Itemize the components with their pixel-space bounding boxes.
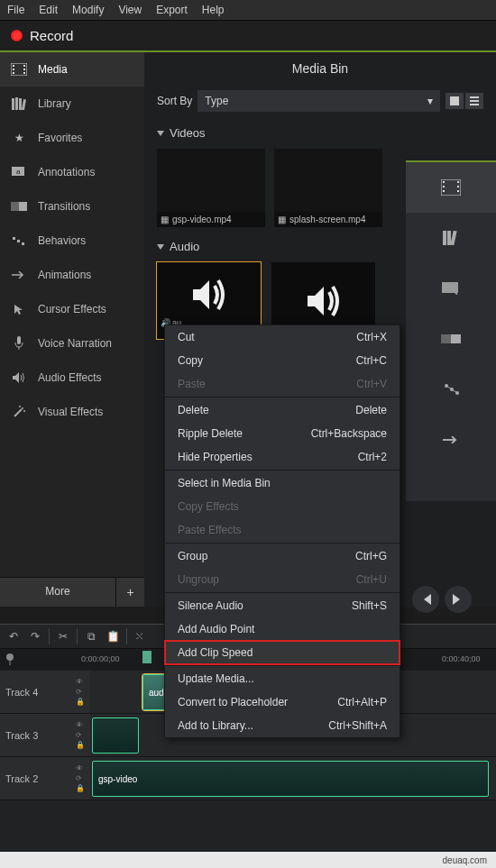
star-icon: ★ [11, 131, 27, 145]
context-item[interactable]: CutCtrl+X [165, 325, 400, 349]
sidebar-item-label: Animations [38, 269, 91, 281]
properties-tab-media[interactable] [406, 162, 496, 213]
context-item: Copy Effects [165, 495, 400, 518]
sidebar-item-label: Cursor Effects [38, 303, 106, 315]
context-item[interactable]: Select in Media Bin [165, 471, 400, 495]
context-item[interactable]: Ripple DeleteCtrl+Backspace [165, 422, 400, 445]
context-item[interactable]: CopyCtrl+C [165, 349, 400, 372]
media-item[interactable]: ▦gsp-video.mp4 [157, 149, 265, 227]
speaker-icon [11, 370, 27, 385]
svg-rect-32 [457, 190, 459, 192]
sidebar-item-label: Audio Effects [38, 371, 102, 384]
track-header[interactable]: Track 2👁⟳🔒 [0, 757, 90, 799]
svg-rect-38 [451, 334, 461, 343]
videos-section-header[interactable]: Videos [144, 117, 496, 145]
sidebar-item-library[interactable]: Library [0, 87, 144, 121]
sidebar-item-cursor-effects[interactable]: Cursor Effects [0, 292, 144, 326]
sidebar-item-media[interactable]: Media [0, 52, 144, 87]
sort-dropdown[interactable]: Type▾ [197, 90, 440, 112]
more-button[interactable]: More [0, 578, 115, 607]
svg-rect-27 [443, 181, 445, 183]
context-item[interactable]: Hide PropertiesCtrl+2 [165, 445, 400, 469]
context-item[interactable]: DeleteDelete [165, 398, 400, 422]
media-item[interactable]: ▦splash-screen.mp4 [274, 149, 382, 227]
context-item: UngroupCtrl+U [165, 568, 400, 591]
paste-button[interactable]: 📋 [103, 627, 123, 645]
svg-rect-1 [13, 65, 14, 67]
svg-rect-34 [447, 231, 451, 245]
add-button[interactable]: + [115, 578, 144, 607]
context-item[interactable]: Add Clip Speed [165, 641, 400, 664]
properties-tab-animations[interactable] [406, 415, 496, 465]
undo-button[interactable]: ↶ [4, 627, 23, 645]
svg-rect-7 [12, 98, 14, 110]
record-icon[interactable] [11, 30, 23, 41]
ruler-mark: 0:00:40;00 [442, 654, 481, 663]
playhead[interactable] [142, 651, 152, 663]
context-item: PasteCtrl+V [165, 372, 400, 396]
context-item[interactable]: Convert to PlaceholderCtrl+Alt+P [165, 690, 400, 714]
svg-rect-6 [23, 72, 25, 74]
context-item: Paste Effects [165, 518, 400, 542]
media-bin-title: Media Bin [144, 52, 496, 85]
view-list-button[interactable] [465, 93, 483, 109]
sidebar-item-label: Annotations [38, 166, 95, 178]
transition-icon [11, 199, 27, 214]
speaker-icon [188, 273, 231, 316]
track-body[interactable]: gsp-video [90, 757, 496, 799]
sidebar-item-audio-effects[interactable]: Audio Effects [0, 361, 144, 395]
timeline-clip[interactable] [92, 717, 139, 754]
view-grid-button[interactable] [445, 93, 464, 109]
footer-text: deuaq.com [443, 855, 487, 865]
sidebar-item-label: Behaviors [38, 234, 86, 247]
menu-modify[interactable]: Modify [72, 4, 104, 16]
sidebar-item-behaviors[interactable]: Behaviors [0, 224, 144, 258]
next-frame-button[interactable] [445, 586, 472, 613]
svg-point-19 [22, 407, 23, 409]
properties-tab-transitions[interactable] [406, 314, 496, 364]
svg-rect-28 [443, 186, 445, 187]
film-icon [11, 62, 27, 77]
menu-export[interactable]: Export [156, 4, 188, 16]
split-button[interactable]: ⛌ [131, 627, 151, 645]
sidebar-item-animations[interactable]: Animations [0, 258, 144, 292]
svg-rect-29 [443, 190, 445, 192]
track-header[interactable]: Track 4👁⟳🔒 [0, 671, 90, 713]
context-item[interactable]: Add Audio Point [165, 617, 400, 641]
copy-button[interactable]: ⧉ [81, 627, 101, 645]
context-item[interactable]: Add to Library...Ctrl+Shift+A [165, 714, 400, 737]
properties-tab-library[interactable] [406, 213, 496, 263]
callout-icon: a [11, 165, 27, 179]
redo-button[interactable]: ↷ [25, 627, 45, 645]
properties-tab-behaviors[interactable] [406, 364, 496, 415]
wand-icon [11, 405, 27, 419]
menu-edit[interactable]: Edit [39, 4, 58, 16]
prev-frame-button[interactable] [412, 586, 439, 613]
menu-help[interactable]: Help [202, 4, 225, 16]
record-label[interactable]: Record [30, 28, 73, 43]
sidebar-item-annotations[interactable]: aAnnotations [0, 155, 144, 189]
svg-rect-8 [15, 97, 18, 110]
context-item[interactable]: Update Media... [165, 667, 400, 690]
menu-file[interactable]: File [7, 4, 24, 16]
svg-rect-10 [22, 99, 26, 110]
sidebar-item-favorites[interactable]: ★Favorites [0, 121, 144, 155]
svg-rect-35 [450, 231, 456, 245]
svg-point-20 [19, 406, 21, 407]
properties-tab-annotations[interactable] [406, 263, 496, 314]
track-header[interactable]: Track 3👁⟳🔒 [0, 714, 90, 756]
sidebar-item-transitions[interactable]: Transitions [0, 189, 144, 224]
context-item[interactable]: GroupCtrl+G [165, 544, 400, 568]
timeline-clip[interactable]: gsp-video [92, 761, 489, 797]
properties-panel [406, 160, 496, 501]
context-item[interactable]: Silence AudioShift+S [165, 594, 400, 617]
sidebar-item-voice-narration[interactable]: Voice Narration [0, 326, 144, 361]
cut-button[interactable]: ✂ [53, 627, 73, 645]
svg-rect-30 [457, 181, 459, 183]
context-menu: CutCtrl+XCopyCtrl+CPasteCtrl+VDeleteDele… [164, 324, 400, 738]
mic-icon [11, 336, 27, 351]
sidebar-item-label: Voice Narration [38, 337, 112, 350]
sidebar-item-visual-effects[interactable]: Visual Effects [0, 395, 144, 429]
menu-view[interactable]: View [118, 4, 142, 16]
svg-rect-25 [470, 104, 479, 105]
